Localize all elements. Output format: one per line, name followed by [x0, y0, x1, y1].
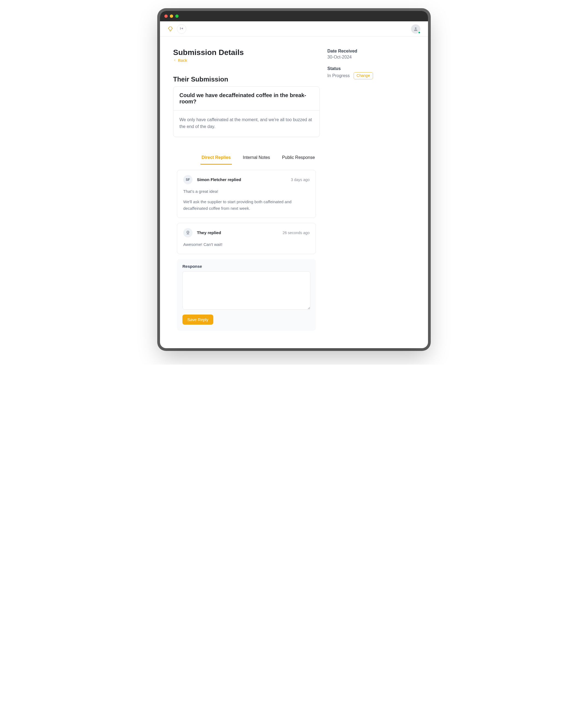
meta-status-value: In Progress [328, 73, 350, 78]
reply-card: They replied 26 seconds ago Awesome! Can… [177, 223, 316, 254]
reply-tabs: Direct Replies Internal Notes Public Res… [201, 152, 320, 165]
app-window: Submission Details Back Their Submission… [160, 11, 428, 348]
reply-list: SF Simon Fletcher replied 3 days ago Tha… [173, 170, 320, 331]
change-status-button[interactable]: Change [354, 72, 373, 79]
reply-paragraph: That's a great idea! [183, 188, 310, 195]
meta-date-value: 30-Oct-2024 [328, 55, 415, 60]
response-label: Response [183, 264, 310, 269]
response-form: Response Save Reply [177, 259, 316, 331]
page-title: Submission Details [173, 48, 320, 57]
tab-direct-replies[interactable]: Direct Replies [201, 152, 232, 165]
submission-section-title: Their Submission [173, 76, 320, 83]
response-textarea[interactable] [183, 271, 310, 310]
svg-point-2 [188, 233, 188, 233]
window-maximize-icon[interactable] [175, 15, 178, 18]
submission-card-header: Could we have decaffeinated coffee in th… [173, 87, 319, 110]
sidebar-toggle-button[interactable] [177, 24, 186, 34]
window-minimize-icon[interactable] [170, 15, 173, 18]
meta-status-row: In Progress Change [328, 72, 415, 79]
user-avatar[interactable] [411, 24, 420, 34]
meta-date-label: Date Received [328, 49, 415, 54]
reply-avatar-initials: SF [183, 175, 192, 184]
svg-point-0 [415, 27, 417, 29]
meta-status-label: Status [328, 66, 415, 71]
top-bar-left [168, 24, 186, 34]
page-body: Submission Details Back Their Submission… [160, 37, 428, 348]
side-info: Date Received 30-Oct-2024 Status In Prog… [328, 48, 415, 331]
reply-time: 3 days ago [291, 178, 310, 182]
arrow-left-icon [173, 58, 176, 63]
reply-head: They replied 26 seconds ago [183, 228, 310, 237]
reply-author: They replied [197, 230, 221, 235]
reply-card: SF Simon Fletcher replied 3 days ago Tha… [177, 170, 316, 218]
sidebar-toggle-icon [180, 26, 184, 31]
meta-status: Status In Progress Change [328, 66, 415, 79]
reply-body: Awesome! Can't wait! [183, 241, 310, 248]
back-link[interactable]: Back [173, 58, 187, 63]
reply-author: Simon Fletcher replied [197, 177, 241, 182]
reply-paragraph: We'll ask the supplier to start providin… [183, 199, 310, 212]
submission-body: We only have caffeinated at the moment, … [173, 110, 319, 137]
save-reply-button[interactable]: Save Reply [183, 314, 213, 325]
reply-avatar-anonymous-icon [183, 228, 192, 237]
presence-online-icon [418, 31, 421, 34]
reply-head: SF Simon Fletcher replied 3 days ago [183, 175, 310, 184]
brand-lightbulb-icon [168, 26, 173, 32]
reply-paragraph: Awesome! Can't wait! [183, 241, 310, 248]
window-close-icon[interactable] [164, 15, 168, 18]
reply-time: 26 seconds ago [282, 231, 310, 235]
submission-title: Could we have decaffeinated coffee in th… [180, 92, 313, 105]
main-column: Submission Details Back Their Submission… [173, 48, 320, 331]
tab-public-response[interactable]: Public Response [281, 152, 316, 165]
tab-internal-notes[interactable]: Internal Notes [242, 152, 271, 165]
top-bar [160, 21, 428, 37]
submission-card: Could we have decaffeinated coffee in th… [173, 86, 320, 137]
meta-date: Date Received 30-Oct-2024 [328, 49, 415, 60]
window-titlebar [160, 11, 428, 21]
back-link-label: Back [178, 58, 187, 63]
reply-body: That's a great idea! We'll ask the suppl… [183, 188, 310, 212]
